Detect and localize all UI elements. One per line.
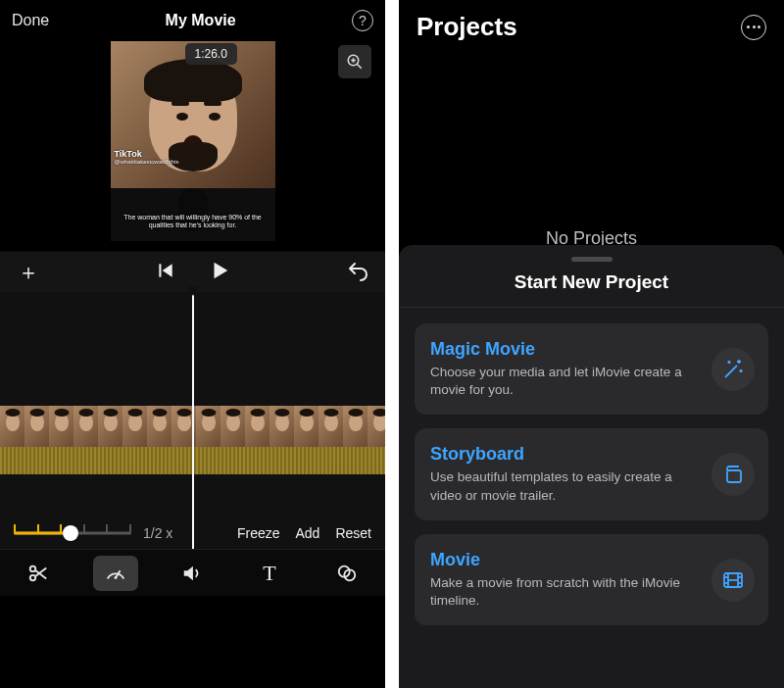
divider <box>399 307 784 308</box>
speed-slider[interactable] <box>14 526 131 540</box>
cut-tool[interactable] <box>16 556 61 591</box>
projects-screen: Projects No Projects Start New Project M… <box>399 0 784 688</box>
option-desc: Choose your media and let iMovie create … <box>430 364 700 399</box>
option-magic-movie[interactable]: Magic Movie Choose your media and let iM… <box>415 323 768 415</box>
new-project-sheet: Start New Project Magic Movie Choose you… <box>399 245 784 688</box>
add-speed-button[interactable]: Add <box>296 525 320 541</box>
clip-thumb[interactable] <box>294 406 318 447</box>
clip-thumb[interactable] <box>196 406 220 447</box>
zoom-button[interactable] <box>338 45 371 78</box>
more-button[interactable] <box>741 15 766 40</box>
volume-tool[interactable] <box>170 556 215 591</box>
ellipsis-icon <box>747 25 750 28</box>
filters-tool[interactable] <box>324 556 369 591</box>
option-desc: Use beautiful templates to easily create… <box>430 468 700 504</box>
clip-thumb[interactable] <box>245 406 270 447</box>
clip-thumb[interactable] <box>122 406 147 447</box>
clip-thumb[interactable] <box>74 406 98 447</box>
project-title: My Movie <box>166 12 236 29</box>
undo-icon <box>346 259 369 282</box>
play-icon <box>209 260 230 281</box>
projects-header: Projects <box>399 0 784 42</box>
option-movie[interactable]: Movie Make a movie from scratch with the… <box>415 534 768 625</box>
text-icon: T <box>263 561 275 586</box>
preview-area: TikTok @whatittakestowatchthis The woman… <box>0 31 385 251</box>
editor-toolbar: T <box>0 549 385 596</box>
done-button[interactable]: Done <box>12 12 49 29</box>
tiktok-watermark: TikTok @whatittakestowatchthis <box>115 149 179 165</box>
add-media-button[interactable]: ＋ <box>18 258 39 287</box>
magnifier-plus-icon <box>346 53 364 71</box>
clip-thumb[interactable] <box>270 406 294 447</box>
undo-button[interactable] <box>346 259 369 286</box>
clip-thumb[interactable] <box>49 406 74 447</box>
film-icon <box>711 559 755 602</box>
svg-point-10 <box>114 576 117 579</box>
option-storyboard[interactable]: Storyboard Use beautiful templates to ea… <box>415 428 768 519</box>
video-preview[interactable]: TikTok @whatittakestowatchthis The woman… <box>111 41 275 241</box>
play-button[interactable] <box>209 260 230 285</box>
svg-rect-4 <box>159 264 161 276</box>
help-button[interactable]: ? <box>352 10 373 31</box>
speed-controls: 1/2 x Freeze Add Reset <box>0 519 385 547</box>
clip-thumb[interactable] <box>147 406 172 447</box>
timeline[interactable]: 1/2 x Freeze Add Reset T <box>0 292 385 596</box>
skip-start-icon <box>156 261 175 280</box>
freeze-button[interactable]: Freeze <box>237 525 280 541</box>
video-caption: The woman that will willingly have 90% o… <box>117 214 270 229</box>
speed-tool[interactable] <box>93 556 138 591</box>
option-title: Storyboard <box>430 444 700 465</box>
scissors-icon <box>27 563 49 584</box>
sheet-title: Start New Project <box>399 271 784 307</box>
magic-wand-icon <box>711 348 755 391</box>
filters-icon <box>336 563 358 584</box>
svg-line-1 <box>357 64 362 69</box>
speed-label: 1/2 x <box>143 525 172 541</box>
sheet-grabber[interactable] <box>571 257 612 262</box>
clip-thumb[interactable] <box>368 406 385 447</box>
clip-thumb[interactable] <box>0 406 24 447</box>
option-desc: Make a movie from scratch with the iMovi… <box>430 574 700 610</box>
tiktok-handle: @whatittakestowatchthis <box>115 159 179 165</box>
slider-knob[interactable] <box>63 525 78 541</box>
transport-bar: ＋ <box>0 251 385 292</box>
help-icon: ? <box>359 13 367 28</box>
option-title: Movie <box>430 550 700 570</box>
clip-thumb[interactable] <box>220 406 245 447</box>
tiktok-label: TikTok <box>115 149 179 159</box>
clip-thumb[interactable] <box>98 406 122 447</box>
clip-thumb[interactable] <box>318 406 343 447</box>
timecode-badge: 1:26.0 <box>185 43 237 65</box>
speedometer-icon <box>105 563 126 584</box>
editor-header: Done My Movie ? <box>0 0 385 31</box>
storyboard-icon <box>711 453 755 496</box>
clip-thumb[interactable] <box>24 406 49 447</box>
speaker-icon <box>181 563 203 584</box>
editor-screen: Done My Movie ? TikTok @whatittakestowat… <box>0 0 385 688</box>
option-title: Magic Movie <box>430 339 700 360</box>
reset-speed-button[interactable]: Reset <box>335 525 371 541</box>
svg-rect-13 <box>727 470 741 482</box>
clip-thumb[interactable] <box>343 406 368 447</box>
titles-tool[interactable]: T <box>247 556 292 591</box>
projects-title: Projects <box>416 12 517 42</box>
skip-start-button[interactable] <box>156 261 175 284</box>
